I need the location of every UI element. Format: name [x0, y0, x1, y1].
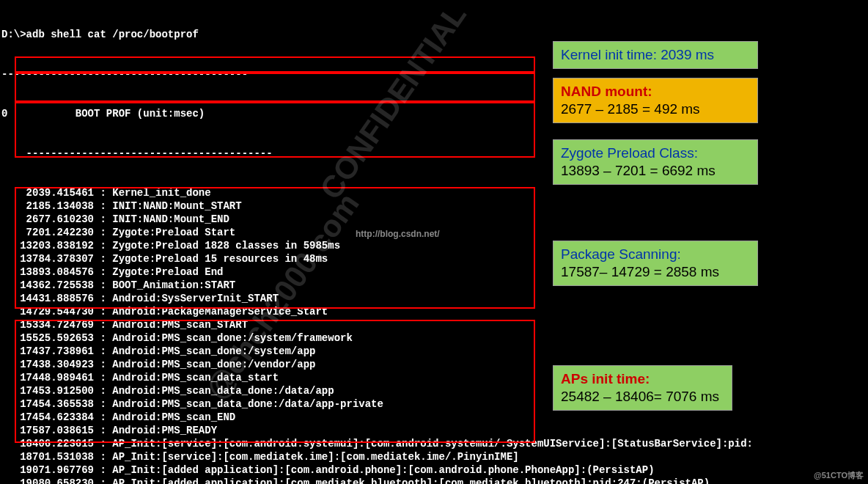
- highlight-kernel-init: [15, 56, 535, 73]
- command-line: D:\>adb shell cat /proc/bootprof: [1, 28, 868, 41]
- callout-nand: NAND mount: 2677 – 2185 = 492 ms: [553, 78, 758, 123]
- callout-pkg: Package Scanning: 17587– 14729 = 2858 ms: [553, 241, 758, 286]
- watermark-footer: @51CTO博客: [814, 470, 864, 481]
- callout-nand-calc: 2677 – 2185 = 492 ms: [561, 101, 700, 117]
- callout-zygote-title: Zygote Preload Class:: [561, 145, 698, 161]
- highlight-aps-init: [15, 320, 535, 443]
- watermark-url: http://blog.csdn.net/: [356, 229, 440, 239]
- callout-pkg-title: Package Scanning:: [561, 246, 681, 262]
- log-line: 19080.658230 : AP_Init:[added applicatio…: [1, 477, 868, 484]
- log-line: 18701.531038 : AP_Init:[service]:[com.me…: [1, 450, 868, 463]
- callout-aps-title: APs init time:: [561, 371, 650, 386]
- highlight-pkg-scan: [15, 187, 535, 309]
- callout-nand-title: NAND mount:: [561, 84, 652, 99]
- callout-kernel: Kernel init time: 2039 ms: [553, 41, 758, 69]
- callout-aps: APs init time: 25482 – 18406= 7076 ms: [553, 365, 732, 411]
- callout-zygote-calc: 13893 – 7201 = 6692 ms: [561, 163, 716, 178]
- callout-aps-calc: 25482 – 18406= 7076 ms: [561, 389, 719, 404]
- callout-pkg-calc: 17587– 14729 = 2858 ms: [561, 264, 719, 279]
- callout-kernel-value: 2039 ms: [661, 47, 714, 62]
- highlight-nand-mount: [15, 73, 535, 102]
- callout-kernel-title: Kernel init time:: [561, 47, 661, 62]
- callout-zygote: Zygote Preload Class: 13893 – 7201 = 669…: [553, 139, 758, 185]
- highlight-zygote: [15, 102, 535, 158]
- log-line: 19071.967769 : AP_Init:[added applicatio…: [1, 463, 868, 477]
